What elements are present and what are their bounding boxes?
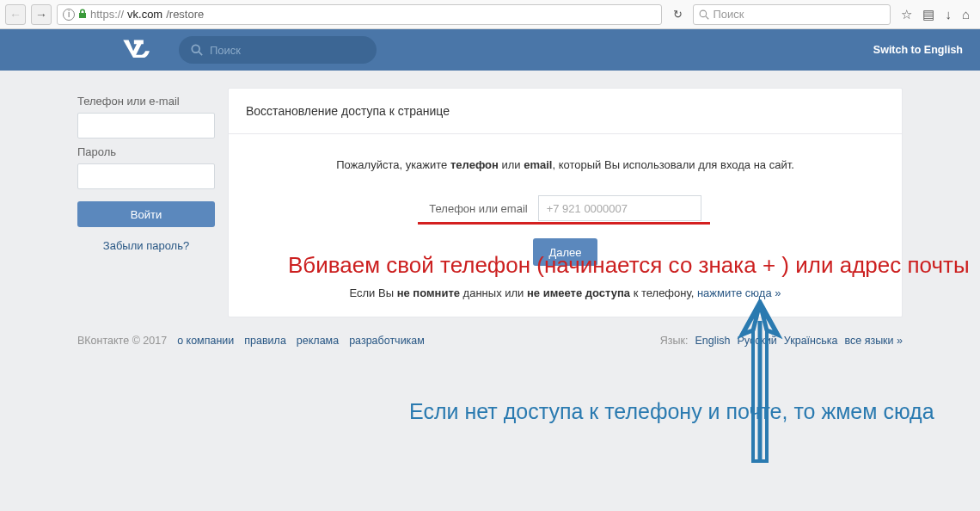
annotation-underline bbox=[418, 222, 710, 225]
footer-link-ads[interactable]: реклама bbox=[297, 335, 339, 347]
vk-header: Поиск Switch to English bbox=[0, 29, 980, 71]
password-input[interactable] bbox=[77, 163, 215, 189]
lang-english[interactable]: English bbox=[695, 335, 730, 347]
forward-button[interactable]: → bbox=[31, 4, 52, 25]
phone-email-label: Телефон или email bbox=[429, 202, 527, 215]
library-icon[interactable]: ▤ bbox=[922, 7, 934, 22]
svg-point-0 bbox=[701, 10, 707, 17]
click-here-link[interactable]: нажмите сюда » bbox=[697, 286, 781, 299]
phone-email-input[interactable] bbox=[538, 195, 701, 221]
star-icon[interactable]: ☆ bbox=[901, 7, 912, 22]
url-host: vk.com bbox=[127, 8, 162, 21]
panel-title: Восстановление доступа к странице bbox=[229, 89, 902, 134]
next-button[interactable]: Далее bbox=[533, 238, 597, 266]
reload-button[interactable]: ↻ bbox=[667, 4, 688, 25]
prompt-text: Пожалуйста, укажите телефон или email, к… bbox=[246, 158, 885, 171]
lang-ukrainian[interactable]: Українська bbox=[784, 335, 838, 347]
lang-label: Язык: bbox=[660, 335, 689, 347]
forgot-password-link[interactable]: Забыли пароль? bbox=[103, 239, 189, 252]
svg-point-2 bbox=[192, 45, 199, 52]
url-bar[interactable]: i https://vk.com/restore bbox=[57, 4, 662, 25]
lock-icon bbox=[78, 9, 87, 21]
footer-link-about[interactable]: о компании bbox=[177, 335, 234, 347]
download-icon[interactable]: ↓ bbox=[945, 7, 952, 22]
login-input[interactable] bbox=[77, 113, 215, 139]
login-label: Телефон или e-mail bbox=[77, 95, 215, 108]
footer-link-dev[interactable]: разработчикам bbox=[349, 335, 425, 347]
lang-all[interactable]: все языки » bbox=[844, 335, 903, 347]
login-sidebar: Телефон или e-mail Пароль Войти Забыли п… bbox=[77, 88, 215, 252]
browser-search-placeholder: Поиск bbox=[713, 8, 744, 21]
password-label: Пароль bbox=[77, 145, 215, 158]
svg-line-3 bbox=[199, 52, 202, 55]
copyright: ВКонтакте © 2017 bbox=[77, 335, 167, 347]
lang-russian[interactable]: Русский bbox=[737, 335, 776, 347]
page-background: Телефон или e-mail Пароль Войти Забыли п… bbox=[0, 71, 980, 511]
browser-tool-icons: ☆ ▤ ↓ ⌂ bbox=[896, 7, 975, 22]
info-icon[interactable]: i bbox=[63, 9, 75, 21]
url-path: /restore bbox=[166, 8, 204, 21]
vk-search[interactable]: Поиск bbox=[179, 36, 377, 64]
restore-panel: Восстановление доступа к странице Пожалу… bbox=[228, 88, 903, 317]
switch-to-english[interactable]: Switch to English bbox=[873, 44, 963, 56]
help-text: Если Вы не помните данных или не имеете … bbox=[246, 286, 885, 299]
browser-search[interactable]: Поиск bbox=[693, 4, 891, 25]
login-button[interactable]: Войти bbox=[77, 201, 215, 227]
footer-link-rules[interactable]: правила bbox=[244, 335, 286, 347]
url-protocol: https:// bbox=[90, 8, 124, 21]
back-button[interactable]: ← bbox=[5, 4, 26, 25]
svg-line-1 bbox=[706, 15, 708, 18]
vk-logo[interactable] bbox=[120, 37, 153, 64]
browser-toolbar: ← → i https://vk.com/restore ↻ Поиск ☆ ▤… bbox=[0, 0, 980, 29]
search-icon bbox=[699, 9, 709, 20]
footer: ВКонтакте © 2017 о компании правила рекл… bbox=[77, 328, 903, 347]
search-icon bbox=[191, 44, 203, 56]
vk-search-placeholder: Поиск bbox=[210, 44, 241, 57]
home-icon[interactable]: ⌂ bbox=[962, 7, 970, 22]
